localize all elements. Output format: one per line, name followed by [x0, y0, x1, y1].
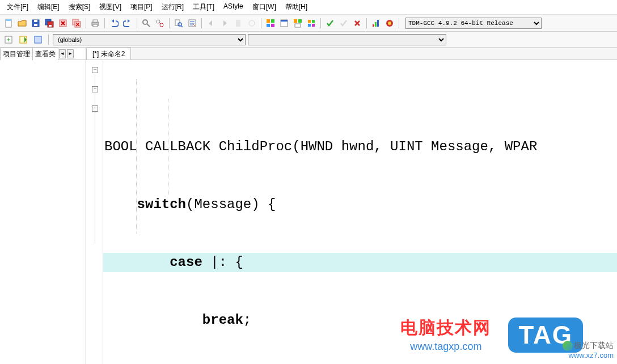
- svg-rect-20: [236, 20, 240, 27]
- svg-point-21: [249, 20, 255, 26]
- menu-file[interactable]: 文件[F]: [2, 1, 33, 13]
- menu-search[interactable]: 搜索[S]: [64, 1, 95, 13]
- xz7-logo-icon: [563, 341, 573, 351]
- sidebar-tab-classes[interactable]: 查看类: [32, 48, 58, 60]
- svg-rect-23: [271, 19, 274, 23]
- scope-toolbar: (globals): [0, 32, 617, 48]
- svg-rect-12: [93, 20, 98, 22]
- menu-project[interactable]: 项目[P]: [126, 1, 157, 13]
- watermark-site2-url: www.xz7.com: [563, 351, 614, 359]
- print-icon[interactable]: [89, 17, 102, 29]
- svg-rect-33: [308, 24, 311, 27]
- run-icon[interactable]: [278, 17, 290, 29]
- svg-rect-22: [267, 19, 270, 23]
- svg-rect-13: [93, 24, 98, 27]
- syntax-check-icon[interactable]: [324, 17, 336, 29]
- svg-rect-28: [294, 19, 297, 23]
- svg-rect-29: [298, 19, 302, 23]
- editor-tabs: [*] 未命名2: [86, 48, 617, 60]
- svg-rect-24: [267, 24, 270, 27]
- open-file-icon[interactable]: [16, 17, 28, 29]
- svg-rect-27: [281, 20, 288, 22]
- svg-rect-7: [49, 25, 52, 27]
- menu-help[interactable]: 帮助[H]: [281, 1, 312, 13]
- svg-rect-31: [308, 20, 311, 23]
- code-line: break;: [103, 311, 617, 330]
- svg-rect-37: [377, 20, 379, 27]
- function-select[interactable]: [248, 34, 446, 45]
- nav-forward-icon[interactable]: [218, 17, 231, 29]
- menu-window[interactable]: 窗口[W]: [248, 1, 281, 13]
- main-toolbar: TDM-GCC 4.9.2 64-bit Release: [0, 15, 617, 32]
- menu-tools[interactable]: 工具[T]: [188, 1, 219, 13]
- close-all-icon[interactable]: [70, 17, 83, 29]
- redo-icon[interactable]: [121, 17, 134, 29]
- svg-rect-4: [34, 20, 37, 22]
- sidebar-tabs: 项目管理 查看类 ◄ ►: [0, 48, 86, 60]
- code-editor[interactable]: − − − BOOL CALLBACK ChildProc(HWND hwnd,…: [86, 60, 617, 364]
- goto-func-icon[interactable]: [17, 33, 29, 46]
- fold-icon[interactable]: −: [92, 67, 98, 73]
- new-file-icon[interactable]: [2, 17, 15, 29]
- save-all-icon[interactable]: [43, 17, 56, 29]
- scope-select[interactable]: (globals): [53, 34, 246, 45]
- fold-gutter: − − −: [86, 60, 103, 364]
- editor-area: [*] 未命名2 − − − BOOL CALLBACK ChildProc(H…: [86, 48, 617, 364]
- rebuild-icon[interactable]: [305, 17, 318, 29]
- svg-point-14: [143, 20, 147, 24]
- menu-run[interactable]: 运行[R]: [157, 1, 188, 13]
- bookmark-icon[interactable]: [232, 17, 244, 29]
- sidebar-tab-project[interactable]: 项目管理: [0, 48, 33, 60]
- close-file-icon[interactable]: [57, 17, 69, 29]
- compiler-select[interactable]: TDM-GCC 4.9.2 64-bit Release: [405, 18, 542, 29]
- watermark-site2-name: 极光下载站: [563, 341, 614, 351]
- svg-rect-25: [271, 24, 274, 27]
- menubar: 文件[F] 编辑[E] 搜索[S] 视图[V] 项目[P] 运行[R] 工具[T…: [0, 0, 617, 15]
- menu-astyle[interactable]: AStyle: [219, 1, 248, 13]
- menu-edit[interactable]: 编辑[E]: [33, 1, 64, 13]
- replace-icon[interactable]: [154, 17, 166, 29]
- watermark-xz7: 极光下载站 www.xz7.com: [563, 341, 614, 359]
- debug-icon[interactable]: [370, 17, 382, 29]
- sidebar: 项目管理 查看类 ◄ ►: [0, 48, 86, 364]
- svg-rect-1: [6, 19, 11, 21]
- clean-icon[interactable]: [337, 17, 350, 29]
- svg-rect-30: [295, 24, 301, 27]
- code-content[interactable]: BOOL CALLBACK ChildProc(HWND hwnd, UINT …: [103, 60, 617, 364]
- profile-icon[interactable]: [383, 17, 396, 29]
- goto-line-icon[interactable]: [186, 17, 198, 29]
- svg-rect-35: [373, 24, 374, 27]
- nav-back-icon[interactable]: [205, 17, 217, 29]
- new-class-icon[interactable]: [2, 33, 15, 46]
- undo-icon[interactable]: [108, 17, 120, 29]
- svg-rect-34: [312, 24, 315, 27]
- editor-tab-unnamed2[interactable]: [*] 未命名2: [86, 48, 131, 60]
- svg-rect-42: [35, 36, 41, 43]
- svg-rect-32: [312, 20, 315, 23]
- svg-rect-36: [375, 22, 377, 27]
- save-icon[interactable]: [29, 17, 42, 29]
- watch-icon[interactable]: [246, 17, 258, 29]
- goto-header-icon[interactable]: [32, 33, 44, 46]
- find-icon[interactable]: [140, 17, 153, 29]
- code-line-current: case |: {: [103, 253, 617, 272]
- svg-point-39: [388, 22, 391, 25]
- main-area: 项目管理 查看类 ◄ ► [*] 未命名2 − − − BOOL CALLBAC…: [0, 48, 617, 364]
- sidebar-tab-next-icon[interactable]: ►: [67, 49, 74, 58]
- sidebar-tab-prev-icon[interactable]: ◄: [59, 49, 66, 58]
- find-in-files-icon[interactable]: [172, 17, 185, 29]
- svg-rect-3: [34, 24, 37, 26]
- compile-icon[interactable]: [264, 17, 277, 29]
- stop-icon[interactable]: [351, 17, 364, 29]
- code-line: switch(Message) {: [103, 195, 617, 214]
- menu-view[interactable]: 视图[V]: [95, 1, 126, 13]
- compile-run-icon[interactable]: [291, 17, 304, 29]
- code-line: BOOL CALLBACK ChildProc(HWND hwnd, UINT …: [103, 137, 617, 156]
